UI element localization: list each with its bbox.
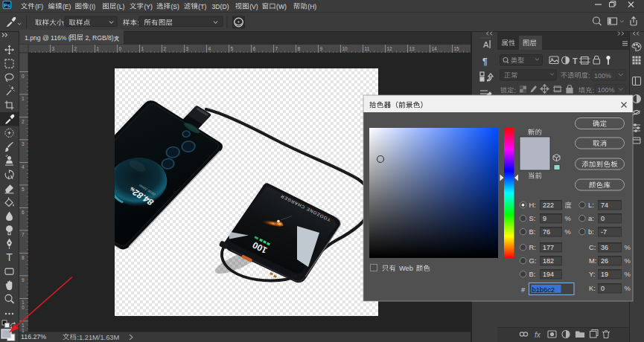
svg-text:3: 3: [186, 46, 189, 51]
svg-text:(I): (I): [89, 3, 95, 10]
svg-text:#: #: [521, 286, 526, 294]
svg-text::: :: [514, 87, 517, 94]
svg-text:1: 1: [22, 96, 25, 101]
svg-text:2: 2: [164, 46, 167, 51]
svg-text:1: 1: [22, 300, 25, 305]
svg-text:T: T: [6, 251, 13, 263]
svg-text:5: 5: [22, 187, 25, 192]
svg-text:0: 0: [22, 305, 25, 310]
svg-text:7: 7: [275, 46, 278, 51]
svg-text:(T): (T): [198, 3, 206, 10]
svg-text::: :: [63, 19, 65, 27]
svg-text:0: 0: [119, 46, 122, 51]
svg-text:19: 19: [601, 271, 608, 278]
svg-text:11: 11: [365, 46, 370, 51]
svg-text:G:: G:: [529, 257, 537, 265]
svg-text:b:: b:: [588, 228, 594, 236]
svg-text:%: %: [625, 271, 631, 278]
svg-text:Ps: Ps: [4, 2, 10, 9]
svg-text:14: 14: [432, 46, 438, 51]
svg-text:%: %: [565, 228, 571, 236]
svg-text:B:: B:: [529, 228, 536, 236]
svg-text:(E): (E): [63, 3, 71, 10]
svg-text:177: 177: [543, 244, 554, 251]
svg-text:%: %: [625, 257, 631, 265]
svg-text:L:: L:: [588, 201, 594, 209]
svg-text:%: %: [565, 215, 571, 222]
svg-text:(W): (W): [276, 3, 287, 10]
svg-text:(Y): (Y): [144, 3, 153, 10]
svg-text:(L): (L): [117, 3, 125, 10]
svg-text:(H): (H): [307, 3, 316, 10]
svg-text:13: 13: [409, 46, 415, 51]
svg-text:1: 1: [141, 46, 144, 51]
svg-text:a:: a:: [588, 215, 594, 222]
svg-text:9: 9: [22, 277, 25, 283]
svg-text:6: 6: [22, 210, 25, 215]
svg-text:1: 1: [22, 328, 25, 333]
svg-text:4: 4: [208, 46, 211, 51]
svg-text::1.21M/1.63M: :1.21M/1.63M: [77, 334, 119, 341]
svg-text:194: 194: [543, 271, 554, 278]
svg-text:7: 7: [22, 232, 25, 237]
svg-text:10: 10: [342, 46, 348, 51]
svg-text:3D(D): 3D(D): [212, 3, 229, 10]
svg-text:S:: S:: [529, 215, 536, 222]
svg-text:222: 222: [543, 201, 554, 209]
svg-text:3: 3: [22, 141, 25, 146]
svg-text:5: 5: [231, 46, 234, 51]
svg-text:2: 2: [74, 46, 77, 51]
svg-text:0: 0: [601, 215, 605, 222]
svg-text:(V): (V): [249, 3, 258, 10]
svg-text:3: 3: [52, 46, 55, 51]
svg-text:Y:: Y:: [589, 271, 595, 278]
svg-text:B:: B:: [529, 271, 536, 278]
svg-text:9: 9: [543, 215, 546, 222]
svg-text:8: 8: [298, 46, 301, 51]
svg-text:100%: 100%: [598, 86, 615, 94]
svg-text:100%: 100%: [594, 72, 611, 80]
svg-text:K:: K:: [589, 285, 596, 292]
svg-text:fx: fx: [535, 331, 541, 339]
svg-text:74: 74: [601, 201, 608, 209]
svg-text:12: 12: [387, 46, 393, 51]
svg-text:¶: ¶: [482, 57, 488, 67]
svg-text:%: %: [625, 285, 631, 292]
svg-text:A: A: [483, 40, 489, 49]
svg-text:6: 6: [253, 46, 256, 51]
svg-text:2, RGB/8) *: 2, RGB/8) *: [86, 34, 119, 42]
svg-text:4: 4: [22, 164, 25, 170]
svg-text:(S): (S): [171, 3, 180, 10]
svg-text:T: T: [573, 57, 578, 65]
svg-text:(F): (F): [35, 3, 43, 10]
svg-text:M:: M:: [589, 257, 596, 265]
svg-text:C:: C:: [589, 244, 596, 251]
svg-text:0: 0: [601, 285, 605, 292]
svg-text:0: 0: [22, 74, 25, 79]
svg-text:H:: H:: [529, 201, 536, 209]
svg-text:b1b6c2: b1b6c2: [532, 286, 555, 294]
svg-text:2: 2: [22, 119, 25, 124]
svg-text::: :: [588, 72, 590, 80]
svg-text:15: 15: [454, 46, 460, 51]
svg-text::: :: [593, 87, 595, 94]
svg-text:-7: -7: [601, 228, 607, 236]
svg-text:116.27%: 116.27%: [21, 333, 46, 341]
svg-text:76: 76: [543, 228, 550, 236]
svg-text:%: %: [625, 244, 631, 251]
svg-text:1.png @ 116% (: 1.png @ 116% (: [25, 34, 71, 42]
svg-text:R:: R:: [529, 244, 536, 251]
svg-text:36: 36: [601, 244, 608, 251]
svg-text:1: 1: [22, 323, 25, 328]
svg-text:Web: Web: [399, 265, 413, 272]
svg-text:26: 26: [601, 257, 608, 265]
svg-text:1: 1: [97, 46, 100, 51]
svg-text:8: 8: [22, 255, 25, 260]
svg-text:182: 182: [543, 257, 554, 265]
svg-text:9: 9: [320, 46, 323, 51]
